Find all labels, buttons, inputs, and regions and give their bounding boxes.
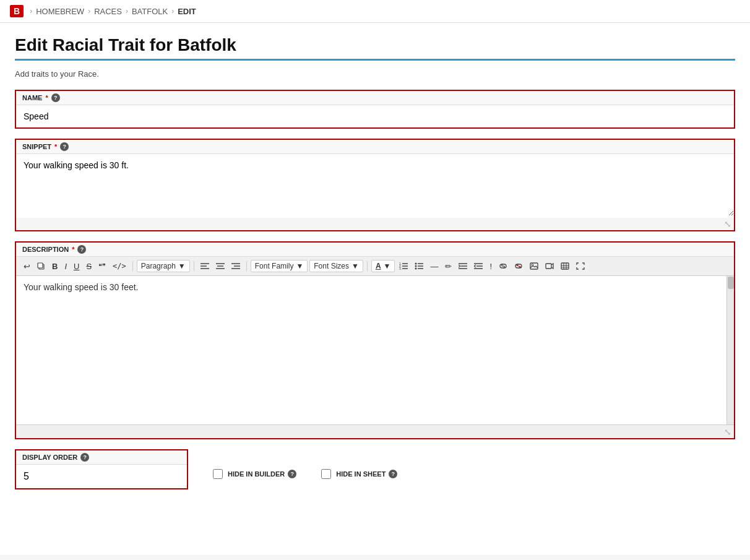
rte-outdent-btn[interactable] xyxy=(472,261,485,271)
rte-font-color-chevron: ▼ xyxy=(384,262,391,270)
rte-paragraph-label: Paragraph xyxy=(141,262,176,270)
description-label-text: DESCRIPTION xyxy=(22,246,69,253)
svg-rect-33 xyxy=(546,264,551,269)
rte-font-family-label: Font Family xyxy=(255,262,294,270)
hide-in-sheet-help-icon[interactable]: ? xyxy=(389,470,397,478)
breadcrumb-races[interactable]: RACES xyxy=(94,7,122,16)
rte-table-btn[interactable] xyxy=(558,261,572,271)
rte-align-center-btn[interactable] xyxy=(213,261,227,271)
rte-pen-btn[interactable]: ✏ xyxy=(442,261,454,272)
name-help-icon[interactable]: ? xyxy=(51,93,60,102)
snippet-field-block: SNIPPET * ? Your walking speed is 30 ft.… xyxy=(15,139,735,231)
page-title: Edit Racial Trait for Batfolk xyxy=(15,35,735,55)
description-help-icon[interactable]: ? xyxy=(77,245,86,254)
rte-link-btn[interactable] xyxy=(496,262,510,270)
rte-sep-1 xyxy=(132,261,133,271)
rte-resize-icon: ⤡ xyxy=(724,427,731,437)
rte-align-right-btn[interactable] xyxy=(229,261,243,271)
hide-in-sheet-label-text: HIDE IN SHEET xyxy=(336,470,386,478)
hide-in-builder-group: HIDE IN BUILDER ? xyxy=(213,469,296,479)
hide-in-builder-checkbox[interactable] xyxy=(213,469,223,479)
svg-point-20 xyxy=(415,263,417,265)
rte-bottom-bar: ⤡ xyxy=(16,424,734,438)
rte-sep-4 xyxy=(367,261,368,271)
svg-rect-34 xyxy=(561,263,569,269)
display-order-label: DISPLAY ORDER ? xyxy=(16,450,187,465)
rte-code-btn[interactable]: </> xyxy=(110,261,129,272)
rte-font-sizes-dropdown[interactable]: Font Sizes ▼ xyxy=(309,260,363,272)
snippet-help-icon[interactable]: ? xyxy=(60,142,69,151)
rte-scroll-thumb xyxy=(728,277,734,289)
page-subtitle: Add traits to your Race. xyxy=(15,69,735,79)
rte-toolbar: ↩ B I U S ❝❞ </> Paragraph ▼ xyxy=(16,257,734,276)
rte-paragraph-chevron: ▼ xyxy=(178,262,186,270)
rte-quote-btn[interactable]: ❝❞ xyxy=(96,261,108,272)
svg-line-30 xyxy=(516,265,521,267)
brand-logo[interactable]: B xyxy=(10,5,24,17)
display-order-section: DISPLAY ORDER ? xyxy=(15,449,188,489)
rte-image-btn[interactable] xyxy=(527,261,541,271)
rte-align-left-btn[interactable] xyxy=(198,261,212,271)
rte-undo-btn[interactable]: ↩ xyxy=(21,261,33,272)
name-input[interactable] xyxy=(16,105,734,127)
breadcrumb-batfolk[interactable]: BATFOLK xyxy=(132,7,168,16)
hide-in-sheet-checkbox[interactable] xyxy=(321,469,331,479)
svg-text:3.: 3. xyxy=(399,267,402,270)
breadcrumb-edit: EDIT xyxy=(178,7,196,16)
display-order-help-icon[interactable]: ? xyxy=(80,453,89,462)
hide-in-builder-label-text: HIDE IN BUILDER xyxy=(228,470,285,478)
rte-font-family-dropdown[interactable]: Font Family ▼ xyxy=(251,260,308,272)
rte-indent-btn[interactable] xyxy=(456,261,470,271)
name-field-block: NAME * ? xyxy=(15,90,735,129)
breadcrumb-nav: B › HOMEBREW › RACES › BATFOLK › EDIT xyxy=(0,0,750,23)
hide-in-sheet-group: HIDE IN SHEET ? xyxy=(321,469,397,479)
hide-in-builder-help-icon[interactable]: ? xyxy=(288,470,296,478)
snippet-resize-icon: ⤡ xyxy=(724,219,731,229)
description-required-star: * xyxy=(72,246,74,253)
svg-point-32 xyxy=(532,264,533,266)
svg-rect-31 xyxy=(530,263,538,269)
rte-content-wrapper: Your walking speed is 30 feet. xyxy=(16,276,734,424)
name-label-text: NAME xyxy=(22,94,42,101)
rte-special-btn[interactable]: ! xyxy=(487,261,494,272)
rte-paragraph-dropdown[interactable]: Paragraph ▼ xyxy=(137,260,190,272)
snippet-required-star: * xyxy=(54,143,57,150)
snippet-textarea[interactable]: Your walking speed is 30 ft. xyxy=(16,154,734,216)
breadcrumb-sep-4: › xyxy=(171,7,174,15)
bottom-section: DISPLAY ORDER ? HIDE IN BUILDER ? HIDE I… xyxy=(15,449,735,489)
rte-copy-btn[interactable] xyxy=(35,261,48,272)
rte-italic-btn[interactable]: I xyxy=(62,261,69,272)
display-order-block: DISPLAY ORDER ? xyxy=(15,449,188,489)
rte-font-family-chevron: ▼ xyxy=(296,262,303,270)
rte-unlink-btn[interactable] xyxy=(512,262,525,270)
description-field-label: DESCRIPTION * ? xyxy=(16,243,734,257)
rte-font-color-label: A xyxy=(376,262,381,270)
rte-hr-btn[interactable]: — xyxy=(428,261,441,272)
hide-in-builder-label: HIDE IN BUILDER ? xyxy=(228,470,296,478)
rte-font-sizes-label: Font Sizes xyxy=(314,262,349,270)
breadcrumb-homebrew[interactable]: HOMEBREW xyxy=(36,7,84,16)
rte-scrollbar[interactable] xyxy=(726,276,734,424)
page-content: Edit Racial Trait for Batfolk Add traits… xyxy=(0,23,750,555)
svg-point-21 xyxy=(415,265,417,267)
snippet-field-label: SNIPPET * ? xyxy=(16,140,734,154)
rte-content-area[interactable]: Your walking speed is 30 feet. xyxy=(16,276,726,424)
svg-point-22 xyxy=(415,268,417,270)
rte-strike-btn[interactable]: S xyxy=(84,261,94,272)
rte-list-ordered-btn[interactable]: 1.2.3. xyxy=(397,261,410,271)
rte-list-unordered-btn[interactable] xyxy=(412,261,426,271)
breadcrumb-sep-1: › xyxy=(30,7,32,15)
breadcrumb-sep-3: › xyxy=(126,7,128,15)
rte-sep-3 xyxy=(246,261,247,271)
blue-divider xyxy=(15,59,735,61)
rte-font-color-dropdown[interactable]: A ▼ xyxy=(371,260,395,272)
display-order-input[interactable] xyxy=(16,465,187,488)
rte-font-sizes-chevron: ▼ xyxy=(351,262,359,270)
rte-bold-btn[interactable]: B xyxy=(50,261,60,272)
name-required-star: * xyxy=(45,94,48,101)
rte-video-btn[interactable] xyxy=(543,261,556,271)
rte-underline-btn[interactable]: U xyxy=(71,261,82,272)
svg-rect-1 xyxy=(38,263,43,268)
rte-fullscreen-btn[interactable] xyxy=(574,261,587,271)
rte-sep-2 xyxy=(194,261,194,271)
